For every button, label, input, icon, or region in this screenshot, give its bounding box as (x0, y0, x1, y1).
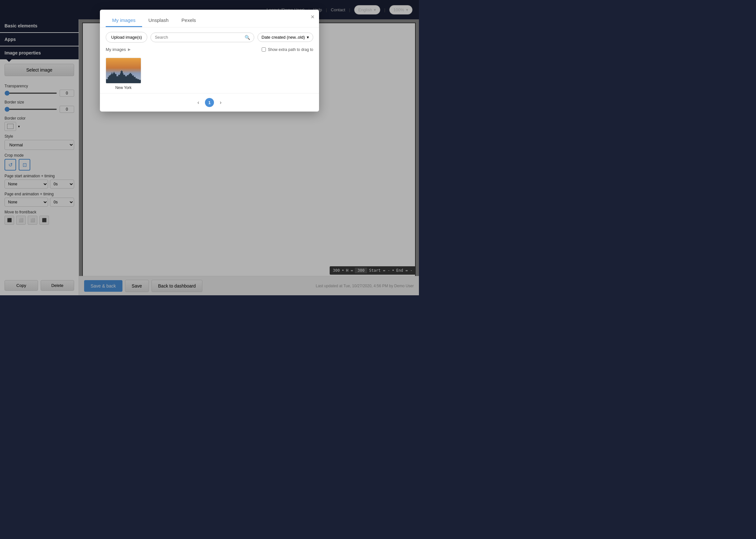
modal-close-button[interactable]: × (310, 14, 314, 20)
nyc-skyline-image (106, 58, 141, 84)
tab-pexels[interactable]: Pexels (175, 14, 202, 27)
breadcrumb-my-images: My images (106, 47, 126, 52)
modal-images-grid: New York (100, 54, 319, 93)
image-picker-modal: × My images Unsplash Pexels Upload image… (100, 10, 319, 112)
sort-chevron-icon: ▾ (307, 35, 309, 39)
modal-toolbar: Upload image(s) 🔍 Date created (new..old… (100, 28, 319, 47)
modal-tabs: My images Unsplash Pexels (100, 10, 319, 28)
sort-dropdown[interactable]: Date created (new..old) ▾ (257, 33, 313, 42)
sort-label: Date created (new..old) (262, 35, 305, 39)
image-thumb-new-york[interactable]: New York (106, 58, 141, 90)
breadcrumb-arrow[interactable]: ▶ (128, 47, 130, 51)
search-box: 🔍 (151, 33, 254, 42)
modal-breadcrumb: My images ▶ Show extra path to drag to (100, 47, 319, 54)
search-icon: 🔍 (244, 35, 250, 40)
prev-page-button[interactable]: ‹ (195, 98, 202, 107)
search-input[interactable] (155, 35, 242, 39)
next-page-button[interactable]: › (217, 98, 224, 107)
tab-unsplash[interactable]: Unsplash (142, 14, 175, 27)
current-page-number: 1 (205, 98, 214, 107)
modal-overlay: × My images Unsplash Pexels Upload image… (0, 0, 419, 295)
extra-path-checkbox[interactable] (262, 47, 266, 51)
modal-pagination: ‹ 1 › (100, 93, 319, 112)
image-thumb-box (106, 58, 141, 84)
upload-images-button[interactable]: Upload image(s) (106, 32, 147, 42)
image-thumb-label: New York (115, 85, 132, 90)
tab-my-images[interactable]: My images (106, 14, 142, 27)
extra-path-row: Show extra path to drag to (262, 47, 313, 52)
extra-path-label: Show extra path to drag to (268, 47, 313, 52)
